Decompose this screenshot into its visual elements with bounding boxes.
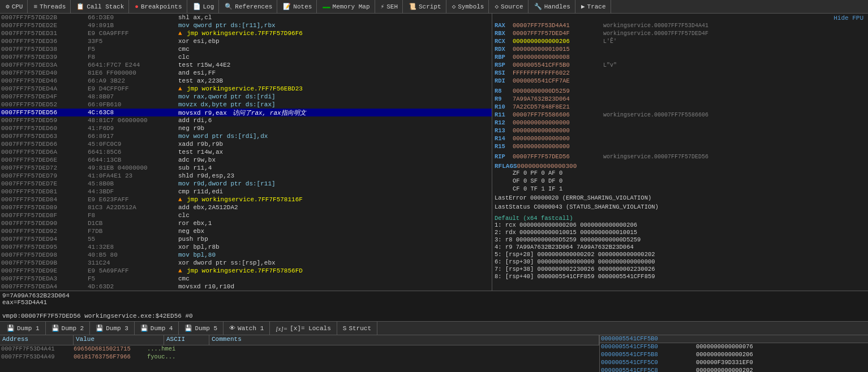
disasm-row[interactable]: 0007FF7F57DED4081E6 FF000000and esi,FF (0, 69, 492, 77)
reg-value[interactable]: 00007FF7F53D4A41 (513, 22, 603, 29)
reg-value[interactable]: 0000005541CFF7AE (513, 77, 603, 84)
disasm-row[interactable]: 0007FF7F57DED9455push rbp (0, 235, 492, 243)
disasm-row[interactable]: 0007FF7F57DED7249:81EB 04000000sub r11,4 (0, 164, 492, 172)
disasm-row[interactable]: 0007FF7F57DED2B66:D3E0shl ax,cl (0, 14, 492, 21)
btab-dump1[interactable]: 💾 Dump 1 (1, 322, 46, 335)
disasm-row[interactable]: 0007FF7F57DED9EE9 5A69FAFF▲ jmp workings… (0, 267, 492, 275)
tab-cpu[interactable]: ⚙ CPU (1, 0, 28, 14)
btab-locals[interactable]: [x]= [x]= Locals (270, 322, 337, 335)
disasm-row[interactable]: 0007FF7F57DED6645:0FC0C9xadd r9b,r9b (0, 140, 492, 148)
disasm-bytes: 6644:13CB (88, 157, 178, 163)
disasm-instr: xor esi,ebp (178, 38, 492, 45)
disasm-row[interactable]: 0007FF7F57DED4AE9 D4CFFOFF▲ jmp workings… (0, 85, 492, 93)
reg-value[interactable]: 00007FF7F57DED56 (513, 153, 603, 160)
tab-references[interactable]: 🔍 References (220, 0, 277, 14)
btab-dump5[interactable]: 💾 Dump 5 (179, 322, 224, 335)
reg-value[interactable]: 00000000000D5259 (513, 88, 603, 94)
disasm-row[interactable]: 0007FF7F57DED564C:63C8movsxd r9,eax访问了ra… (0, 109, 492, 116)
arrow-icon: ▲ (178, 196, 186, 203)
tab-breakpoints[interactable]: ● Breakpoints (130, 0, 187, 14)
tab-memmap[interactable]: ▬▬ Memory Map (318, 0, 375, 14)
rdump-row: 0000005541CFF5B80000000000000206 (600, 351, 868, 359)
btab-dump4[interactable]: 💾 Dump 4 (135, 322, 179, 335)
btab-watch1[interactable]: 👁 Watch 1 (224, 322, 270, 335)
disasm-row[interactable]: 0007FF7F57DED90D1CBror ebx,1 (0, 219, 492, 227)
disasm-row[interactable]: 0007FF7F57DED9840:B5 80mov bpl,80 (0, 251, 492, 259)
disasm-row[interactable]: 0007FF7F57DED4666:A9 3B22test ax,223B (0, 77, 492, 85)
disasm-row[interactable]: 0007FF7F57DED3A6641:F7C7 E244test r15w,4… (0, 61, 492, 69)
struct-icon: S (343, 325, 347, 332)
disasm-row[interactable]: 0007FF7F57DED6366:8917mov word ptr ds:[r… (0, 132, 492, 140)
disasm-addr: 0007FF7F57DEDA4 (0, 283, 88, 290)
disasm-row[interactable]: 0007FF7F57DED9B311C24xor dword ptr ss:[r… (0, 259, 492, 267)
tab-threads[interactable]: ≡ Threads (29, 0, 71, 14)
reg-label: RIP (495, 153, 513, 160)
tab-notes[interactable]: 📝 Notes (278, 0, 317, 14)
tab-seh[interactable]: ⚡ SEH (376, 0, 403, 14)
reg-label: RSI (495, 70, 513, 76)
disasm-row[interactable]: 0007FF7F57DED8FF8clc (0, 211, 492, 219)
tab-script[interactable]: 📜 Script (404, 0, 446, 14)
flags-row: OF 0 SF 0 DF 0 (495, 178, 866, 185)
reg-value[interactable]: FFFFFFFFFFFF6022 (513, 70, 603, 76)
disasm-row[interactable]: 0007FF7F57DED6E6644:13CBadc r9w,bx (0, 156, 492, 164)
disasm-row[interactable]: 0007FF7F57DEDA3F5cmc (0, 275, 492, 283)
disasm-row[interactable]: 0007FF7F57DED9541:32E8xor bpl,r8b (0, 243, 492, 251)
disasm-row[interactable]: 0007FF7F57DED8144:3BDFcmp r11d,edi (0, 188, 492, 196)
disasm-row[interactable]: 0007FF7F57DEDA44D:63D2movsxd r10,r10d (0, 283, 492, 291)
disasm-row[interactable]: 0007FF7F57DED6041:F6D9neg r9b (0, 124, 492, 132)
btab-dump3[interactable]: 💾 Dump 3 (90, 322, 135, 335)
disasm-addr: 0007FF7F57DED6E (0, 157, 88, 163)
reg-value[interactable]: 0000000000000000 (513, 119, 603, 126)
disasm-row[interactable]: 0007FF7F57DED7941:0FA4E1 23shld r9d,esp,… (0, 172, 492, 180)
disasm-row[interactable]: 0007FF7F57DED39F8clc (0, 53, 492, 61)
tab-callstack[interactable]: 📋 Call Stack (72, 0, 129, 14)
tab-log[interactable]: 📄 Log (188, 0, 220, 14)
disasm-row[interactable]: 0007FF7F57DED31E9 C0A9FFFF▲ jmp workings… (0, 29, 492, 37)
disasm-row[interactable]: 0007FF7F57DED7E45:8B0Bmov r9d,dword ptr … (0, 180, 492, 188)
reg-value[interactable]: 0000000000000206 (513, 38, 603, 45)
disasm-row[interactable]: 0007FF7F57DED4F48:8B07mov rax,qword ptr … (0, 93, 492, 101)
tab-symbols[interactable]: ◇ Symbols (448, 0, 489, 14)
disasm-addr: 0007FF7F57DED4F (0, 93, 88, 100)
reg-value[interactable]: 0000005541CFF5B0 (513, 62, 603, 68)
disasm-addr: 0007FF7F57DED60 (0, 125, 88, 132)
disasm-row[interactable]: 0007FF7F57DED5266:0FB610movzx dx,byte pt… (0, 101, 492, 109)
disasm-row[interactable]: 0007FF7F57DED6A6641:85C6test r14w,ax (0, 148, 492, 156)
btab-struct[interactable]: S Struct (337, 322, 377, 335)
btab-dump2-label: Dump 2 (62, 325, 84, 332)
disasm-addr: 0007FF7F57DED9B (0, 259, 88, 266)
tab-trace[interactable]: ▶ Trace (577, 0, 611, 14)
disasm-bytes: E9 E623FAFF (88, 196, 178, 203)
reg-value[interactable]: 7A22CD57848F8E21 (513, 103, 603, 110)
callstack-icon: 📋 (76, 3, 84, 10)
reg-value[interactable]: 0000000000000008 (513, 54, 603, 60)
disasm-row[interactable]: 0007FF7F57DED84E9 E623FAFF▲ jmp workings… (0, 196, 492, 204)
reg-value[interactable]: 0000000000010015 (513, 46, 603, 53)
disasm-row[interactable]: 0007FF7F57DED8981C3 A22D512Aadd ebx,2A51… (0, 204, 492, 211)
btab-dump2[interactable]: 💾 Dump 2 (46, 322, 91, 335)
dump-comment-1 (192, 353, 599, 361)
tab-handles[interactable]: 🔧 Handles (530, 0, 575, 14)
disasm-row[interactable]: 0007FF7F57DED2E49:891Bmov qword ptr ds:[… (0, 21, 492, 29)
reg-value[interactable]: 0000000000000000 (513, 135, 603, 142)
reg-value[interactable]: 00007FF7F57DED4F (513, 30, 603, 37)
reg-value[interactable]: 00007FF7F5586606 (513, 111, 603, 118)
disasm-row[interactable]: 0007FF7F57DED38F5cmc (0, 45, 492, 53)
hide-fpu-button[interactable]: Hide FPU (495, 15, 866, 21)
disasm-addr: 0007FF7F57DED89 (0, 204, 88, 211)
tab-source[interactable]: ◇ Source (490, 0, 528, 14)
reg-value[interactable]: 0000000000000000 (513, 143, 603, 150)
disasm-instr: shl ax,cl (178, 14, 492, 21)
reg-row: RDI0000005541CFF7AE (495, 77, 866, 85)
reg-value[interactable]: 7A99A7632B23D064 (513, 96, 603, 102)
disasm-bytes: 45:0FC0C9 (88, 141, 178, 148)
disasm-row[interactable]: 0007FF7F57DED92F7DBneg ebx (0, 227, 492, 235)
bottom-area: Address Value ASCII Comments 0007FF7F53D… (0, 335, 868, 372)
disasm-row[interactable]: 0007FF7F57DED3633F5xor esi,ebp (0, 37, 492, 45)
reg-value[interactable]: 0000000000000000 (513, 127, 603, 134)
locals-icon: [x]= (276, 325, 287, 332)
disasm-instr: test r14w,ax (178, 149, 492, 155)
dump-col-value: Value (74, 335, 164, 345)
disasm-row[interactable]: 0007FF7F57DED5948:81C7 06000000add rdi,6 (0, 116, 492, 124)
